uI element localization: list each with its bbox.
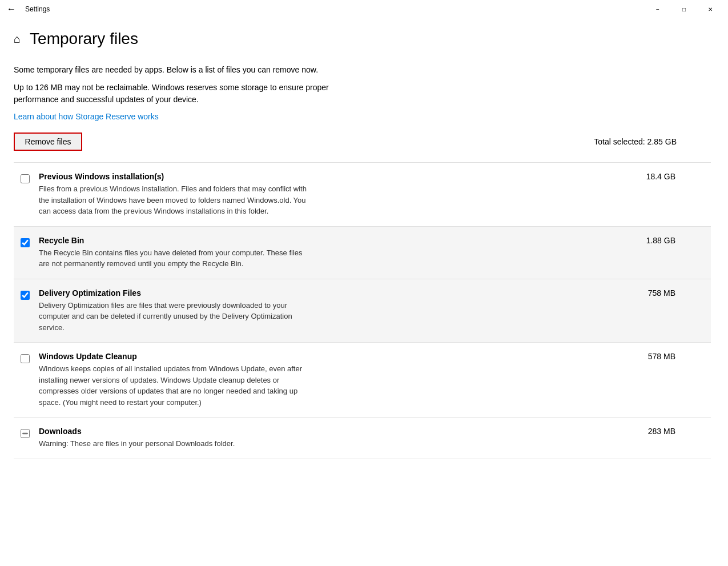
main-content: ⌂ Temporary files Some temporary files a… [0,18,728,471]
file-description-1: The Recycle Bin contains files you have … [39,247,313,270]
file-name-0: Previous Windows installation(s) [39,172,164,181]
file-name-2: Delivery Optimization Files [39,288,141,298]
file-content-0: Previous Windows installation(s) 18.4 GB… [39,172,704,217]
file-description-4: Warning: These are files in your persona… [39,438,313,449]
file-description-0: Files from a previous Windows installati… [39,183,313,217]
file-size-3: 578 MB [648,352,675,361]
minimize-button[interactable]: − [645,0,671,18]
checkbox-wrapper-0 [21,174,30,186]
file-checkbox-2[interactable] [21,291,30,300]
file-checkbox-1[interactable] [21,238,30,247]
file-item: Downloads 283 MB Warning: These are file… [14,418,711,459]
file-checkbox-3[interactable] [21,354,30,363]
file-description-3: Windows keeps copies of all installed up… [39,363,313,408]
file-header-2: Delivery Optimization Files 758 MB [39,288,704,298]
title-bar-title: Settings [25,5,50,13]
file-name-4: Downloads [39,427,82,436]
file-item: Recycle Bin 1.88 GB The Recycle Bin cont… [14,227,711,279]
file-list: Previous Windows installation(s) 18.4 GB… [14,162,711,459]
file-header-1: Recycle Bin 1.88 GB [39,236,704,245]
page-header: ⌂ Temporary files [14,30,711,48]
checkbox-wrapper-2 [21,291,30,302]
file-size-4: 283 MB [648,427,675,436]
total-selected-label: Total selected: 2.85 GB [594,137,677,146]
back-button[interactable]: ← [5,2,18,17]
description-line2: Up to 126 MB may not be reclaimable. Win… [14,82,333,106]
file-size-2: 758 MB [648,288,675,298]
back-icon: ← [7,4,16,14]
checkbox-wrapper-4 [21,429,30,440]
close-button[interactable]: ✕ [697,0,723,18]
file-header-3: Windows Update Cleanup 578 MB [39,352,704,361]
home-icon: ⌂ [14,33,21,46]
title-bar-left: ← Settings [5,2,50,17]
file-item: Windows Update Cleanup 578 MB Windows ke… [14,343,711,418]
storage-reserve-link[interactable]: Learn about how Storage Reserve works [14,112,159,121]
checkbox-wrapper-1 [21,238,30,250]
file-checkbox-0[interactable] [21,174,30,183]
file-content-4: Downloads 283 MB Warning: These are file… [39,427,704,449]
action-bar: Remove files Total selected: 2.85 GB [14,133,711,151]
file-content-3: Windows Update Cleanup 578 MB Windows ke… [39,352,704,408]
page-title: Temporary files [30,30,138,48]
title-bar: ← Settings − □ ✕ [0,0,728,18]
file-checkbox-4[interactable] [21,429,30,438]
remove-files-button[interactable]: Remove files [14,133,82,151]
maximize-button[interactable]: □ [671,0,697,18]
file-item: Previous Windows installation(s) 18.4 GB… [14,163,711,227]
file-item: Delivery Optimization Files 758 MB Deliv… [14,279,711,343]
description-line1: Some temporary files are needed by apps.… [14,64,333,76]
file-content-1: Recycle Bin 1.88 GB The Recycle Bin cont… [39,236,704,270]
file-content-2: Delivery Optimization Files 758 MB Deliv… [39,288,704,334]
file-size-1: 1.88 GB [646,236,675,245]
file-header-4: Downloads 283 MB [39,427,704,436]
title-bar-controls: − □ ✕ [645,0,723,18]
file-size-0: 18.4 GB [646,172,675,181]
checkbox-wrapper-3 [21,354,30,366]
file-header-0: Previous Windows installation(s) 18.4 GB [39,172,704,181]
file-name-3: Windows Update Cleanup [39,352,137,361]
file-name-1: Recycle Bin [39,236,84,245]
file-description-2: Delivery Optimization files are files th… [39,300,313,334]
